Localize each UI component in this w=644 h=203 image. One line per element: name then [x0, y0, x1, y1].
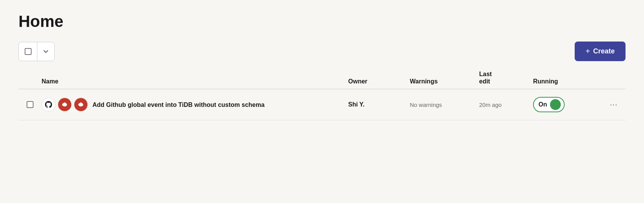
chevron-down-icon	[43, 49, 49, 54]
cloud-icon-2	[77, 101, 85, 108]
col-warnings: Warnings	[410, 70, 479, 85]
github-icon	[42, 98, 55, 111]
github-logo-icon	[44, 100, 53, 109]
table-row: Add Github global event into TiDB withou…	[18, 89, 626, 120]
col-last-edit: Last edit	[479, 70, 533, 85]
page-title: Home	[18, 12, 626, 31]
row-warnings: No warnings	[410, 102, 479, 108]
cloud-icon-1	[61, 101, 69, 108]
checkbox-box[interactable]	[27, 101, 34, 108]
svg-point-7	[79, 103, 82, 106]
create-label: Create	[593, 47, 615, 55]
toggle-label: On	[538, 101, 547, 108]
col-last-edit-line2: edit	[479, 78, 490, 85]
select-all-checkbox[interactable]	[19, 42, 37, 61]
running-toggle[interactable]: On	[533, 97, 565, 112]
table: Name Owner Warnings Last edit Running	[18, 70, 626, 120]
toggle-circle	[550, 99, 561, 110]
row-name: Add Github global event into TiDB withou…	[92, 101, 265, 109]
table-header: Name Owner Warnings Last edit Running	[18, 70, 626, 89]
create-button[interactable]: + Create	[575, 42, 626, 61]
row-owner: Shi Y.	[348, 101, 410, 108]
select-all-group[interactable]	[18, 42, 55, 61]
toolbar: + Create	[18, 42, 626, 61]
col-last-edit-line1: Last	[479, 70, 492, 78]
checkbox-box	[25, 48, 32, 55]
select-dropdown[interactable]	[37, 42, 54, 61]
row-icons	[42, 98, 88, 111]
row-last-edit: 20m ago	[479, 102, 533, 108]
red-source-icon-2	[74, 98, 88, 111]
red-source-icon-1	[58, 98, 72, 111]
plus-icon: +	[585, 47, 590, 56]
col-owner: Owner	[348, 70, 410, 85]
row-checkbox[interactable]	[18, 101, 42, 108]
col-running: Running	[533, 70, 602, 85]
svg-point-3	[63, 103, 66, 106]
col-name: Name	[42, 70, 348, 85]
name-cell: Add Github global event into TiDB withou…	[42, 98, 348, 111]
more-options-button[interactable]: ⋯	[602, 100, 626, 109]
running-cell: On	[533, 97, 602, 112]
